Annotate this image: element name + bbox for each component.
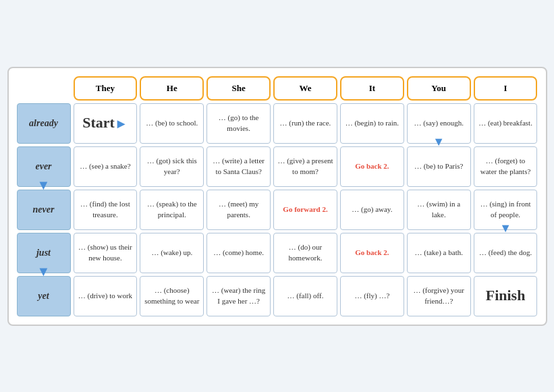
row-label: just▼ [17, 233, 71, 273]
grid-cell: … (see) a snake? [74, 146, 138, 187]
grid-cell: … (wake) up. [140, 233, 204, 273]
grid-cell: … (sing) in front of people.▼ [474, 190, 538, 230]
body-grid: alreadyStart►… (be) to school.… (go) to … [17, 103, 538, 316]
header-cell: She [206, 76, 271, 101]
grid-cell: … (wear) the ring I gave her …? [206, 276, 271, 316]
grid-cell: … (eat) breakfast. [474, 103, 538, 144]
header-empty [17, 76, 71, 101]
grid-cell: … (give) a present to mom? [273, 146, 337, 187]
grid-cell: … (swim) in a lake. [407, 190, 471, 230]
grid-cell: Go back 2. [340, 233, 404, 273]
grid-cell: Go back 2. [340, 146, 404, 187]
header-cell: They [74, 76, 138, 101]
grid-cell: … (forget) to water the plants? [474, 146, 538, 187]
row-label: ever▼ [17, 146, 71, 187]
board-container: TheyHeSheWeItYouI alreadyStart►… (be) to… [7, 67, 547, 326]
header-row: TheyHeSheWeItYouI [17, 76, 538, 101]
arrow-down-icon: ▼ [499, 220, 511, 237]
arrow-down-icon: ▼ [37, 177, 51, 193]
grid-cell: … (meet) my parents. [206, 190, 271, 230]
grid-cell: … (run) the race. [273, 103, 337, 144]
header-cell: You [407, 76, 471, 101]
row-label: already [17, 103, 71, 144]
arrow-down-icon: ▼ [433, 134, 445, 150]
grid-cell: … (come) home. [206, 233, 271, 273]
grid-cell: … (find) the lost treasure. [74, 190, 138, 230]
grid-cell: … (feed) the dog. [474, 233, 538, 273]
grid-cell: … (do) our homework. [273, 233, 337, 273]
header-cell: We [273, 76, 337, 101]
grid-cell: … (choose) something to wear [140, 276, 204, 316]
grid-cell: … (be) to Paris? [407, 146, 471, 187]
header-cell: He [140, 76, 204, 101]
grid-cell: … (go) away. [340, 190, 404, 230]
grid-cell: … (fly) …? [340, 276, 404, 316]
grid-cell: … (got) sick this year? [140, 146, 204, 187]
grid-cell: Start► [74, 103, 138, 144]
grid-cell: … (show) us their new house. [74, 233, 138, 273]
grid-cell: … (speak) to the principal. [140, 190, 204, 230]
grid-cell: … (drive) to work [74, 276, 138, 316]
grid-cell: Finish [474, 276, 538, 316]
grid-cell: … (begin) to rain. [340, 103, 404, 144]
header-cell: It [340, 76, 404, 101]
arrow-down-icon: ▼ [37, 264, 51, 279]
row-label: yet [17, 276, 71, 316]
grid-cell: … (fall) off. [273, 276, 337, 316]
grid-cell: … (write) a letter to Santa Claus? [206, 146, 271, 187]
grid-cell: … (be) to school. [140, 103, 204, 144]
grid-cell: … (take) a bath. [407, 233, 471, 273]
grid-cell: Go forward 2. [273, 190, 337, 230]
header-cell: I [474, 76, 538, 101]
grid-cell: … (go) to the movies. [206, 103, 271, 144]
grid-cell: … (forgive) your friend…? [407, 276, 471, 316]
grid-cell: … (say) enough.▼ [407, 103, 471, 144]
row-label: never [17, 190, 71, 230]
